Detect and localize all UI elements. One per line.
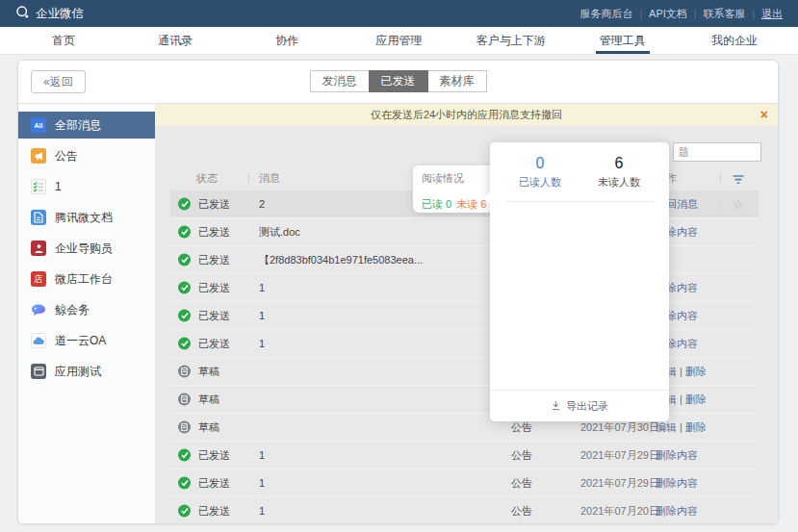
table-row[interactable]: 已发送1公告2021年07月29日删除内容 bbox=[170, 442, 759, 469]
star-icon[interactable]: ☆ bbox=[733, 197, 744, 212]
sidebar-item-label: 鲸会务 bbox=[55, 302, 90, 318]
table-row[interactable]: 已发送1删除内容 bbox=[170, 330, 759, 358]
app-title: 企业微信 bbox=[36, 6, 84, 22]
nav-item-6[interactable]: 管理工具 bbox=[567, 27, 679, 54]
table-row[interactable]: 草稿编辑 | 删除 bbox=[170, 386, 759, 414]
sent-check-icon bbox=[178, 477, 191, 490]
top-link[interactable]: API文档 bbox=[649, 7, 687, 21]
draft-icon bbox=[178, 421, 191, 434]
status-label: 已发送 bbox=[198, 504, 230, 519]
sidebar-item-5[interactable]: 企业导购员 bbox=[18, 235, 155, 262]
read-status-cell[interactable]: 已读 0未读 6 bbox=[422, 197, 486, 212]
shop-icon: 店 bbox=[31, 271, 46, 287]
sent-list-panel: 仅在发送后24小时内的应用消息支持撤回 × 状态 | 消息 阅读情况 操作 | bbox=[155, 104, 778, 523]
sidebar-item-label: 道一云OA bbox=[55, 333, 106, 349]
unread-count-label: 未读人数 bbox=[598, 175, 640, 190]
sidebar-item-7[interactable]: 鲸会务 bbox=[18, 296, 155, 323]
messages-table: 状态 | 消息 阅读情况 操作 | 已发送2已读 0未读 6撤回消息|☆已发送测 bbox=[170, 168, 759, 524]
sidebar-item-3[interactable]: 1 bbox=[18, 173, 155, 200]
top-link[interactable]: 退出 bbox=[761, 7, 783, 21]
sent-check-icon bbox=[178, 310, 191, 322]
status-cell: 已发送 bbox=[178, 281, 230, 295]
message-cell: 1 bbox=[259, 449, 265, 461]
status-label: 草稿 bbox=[198, 393, 219, 407]
draft-icon bbox=[178, 393, 191, 406]
table-row[interactable]: 已发送1删除内容 bbox=[170, 302, 759, 330]
nav-item-7[interactable]: 我的企业 bbox=[679, 27, 790, 54]
sent-check-icon bbox=[178, 505, 191, 518]
sidebar-item-2[interactable]: 公告 bbox=[18, 142, 155, 169]
category-cell: 公告 bbox=[511, 420, 532, 435]
read-count-stat: 0 已读人数 bbox=[519, 155, 561, 190]
sidebar-item-label: 公告 bbox=[55, 148, 78, 165]
status-label: 已发送 bbox=[198, 448, 230, 463]
action-link[interactable]: 删除内容 bbox=[656, 476, 698, 491]
status-cell: 已发送 bbox=[178, 197, 230, 212]
action-link[interactable]: 删除内容 bbox=[656, 504, 698, 519]
link-separator: | bbox=[694, 9, 697, 19]
sent-check-icon bbox=[178, 198, 191, 211]
sidebar-item-9[interactable]: 应用测试 bbox=[18, 358, 155, 385]
action-link[interactable]: 编辑 | 删除 bbox=[656, 420, 707, 435]
message-cell: 1 bbox=[259, 338, 265, 349]
nav-item-2[interactable]: 通讯录 bbox=[119, 27, 231, 54]
read-count: 已读 0 bbox=[422, 198, 451, 210]
sidebar-item-8[interactable]: 道一云OA bbox=[18, 327, 155, 354]
download-icon bbox=[551, 400, 561, 413]
window-icon bbox=[31, 364, 46, 379]
unread-count-value[interactable]: 6 bbox=[598, 155, 640, 172]
table-row[interactable]: 已发送测试.doc删除内容 bbox=[170, 218, 759, 246]
table-row[interactable]: 已发送【2f8d83bf034b1e971fe5083eea... bbox=[170, 246, 759, 274]
content-card: «返回 发消息已发送素材库 All全部消息公告1腾讯微文档企业导购员店微店工作台… bbox=[17, 60, 779, 524]
export-records-button[interactable]: 导出记录 bbox=[490, 390, 669, 421]
table-row[interactable]: 草稿编辑 | 删除 bbox=[170, 358, 759, 386]
read-count-label: 已读人数 bbox=[519, 175, 561, 190]
sidebar-item-1[interactable]: All全部消息 bbox=[18, 112, 155, 139]
status-label: 草稿 bbox=[198, 420, 219, 435]
header-separator: | bbox=[719, 171, 722, 183]
tab-2[interactable]: 已发送 bbox=[369, 70, 428, 92]
date-cell: 2021年07月30日 bbox=[580, 420, 659, 435]
sidebar-item-label: 企业导购员 bbox=[55, 241, 113, 257]
notice-close-icon[interactable]: × bbox=[760, 104, 768, 126]
status-label: 已发送 bbox=[198, 309, 230, 323]
nav-item-1[interactable]: 首页 bbox=[8, 27, 119, 54]
table-row[interactable]: 草稿公告2021年07月30日编辑 | 删除 bbox=[170, 414, 759, 442]
status-label: 草稿 bbox=[198, 365, 219, 379]
sent-check-icon bbox=[178, 449, 191, 462]
header-read-status: 阅读情况 bbox=[422, 171, 464, 186]
list-icon bbox=[31, 179, 46, 194]
table-row[interactable]: 已发送1删除内容 bbox=[170, 274, 759, 302]
table-row[interactable]: 已发送1公告2021年07月20日删除内容 bbox=[170, 497, 759, 524]
category-cell: 公告 bbox=[511, 448, 532, 463]
nav-item-4[interactable]: 应用管理 bbox=[343, 27, 454, 54]
nav-item-3[interactable]: 协作 bbox=[231, 27, 343, 54]
table-row[interactable]: 已发送1公告2021年07月29日删除内容 bbox=[170, 469, 759, 497]
sidebar-item-4[interactable]: 腾讯微文档 bbox=[18, 204, 155, 231]
top-link[interactable]: 服务商后台 bbox=[579, 7, 632, 21]
action-separator: | bbox=[719, 198, 722, 210]
app-logo: 企业微信 bbox=[15, 5, 84, 22]
search-input[interactable] bbox=[673, 142, 761, 162]
category-cell: 公告 bbox=[511, 476, 532, 491]
read-count-value[interactable]: 0 bbox=[519, 155, 561, 172]
whale-icon bbox=[31, 302, 46, 317]
card-body: All全部消息公告1腾讯微文档企业导购员店微店工作台鲸会务道一云OA应用测试 仅… bbox=[18, 103, 778, 523]
tab-1[interactable]: 发消息 bbox=[310, 70, 370, 92]
notice-bar: 仅在发送后24小时内的应用消息支持撤回 × bbox=[155, 104, 778, 126]
top-link[interactable]: 联系客服 bbox=[703, 7, 745, 21]
nav-item-5[interactable]: 客户与上下游 bbox=[455, 27, 567, 54]
back-button[interactable]: «返回 bbox=[31, 70, 86, 93]
toolbar: «返回 发消息已发送素材库 bbox=[18, 61, 778, 103]
sidebar-item-6[interactable]: 店微店工作台 bbox=[18, 266, 155, 292]
read-value: 0 bbox=[446, 198, 451, 210]
tab-3[interactable]: 素材库 bbox=[427, 70, 487, 92]
read-status-popup: 0 已读人数 6 未读人数 bbox=[490, 142, 669, 421]
filter-icon[interactable] bbox=[733, 175, 744, 187]
action-link[interactable]: 删除内容 bbox=[656, 448, 698, 463]
export-records-label: 导出记录 bbox=[566, 399, 608, 414]
status-cell: 已发送 bbox=[178, 337, 230, 351]
status-label: 已发送 bbox=[198, 253, 230, 267]
header-status: 状态 bbox=[196, 171, 218, 186]
message-cell: 1 bbox=[259, 505, 265, 517]
